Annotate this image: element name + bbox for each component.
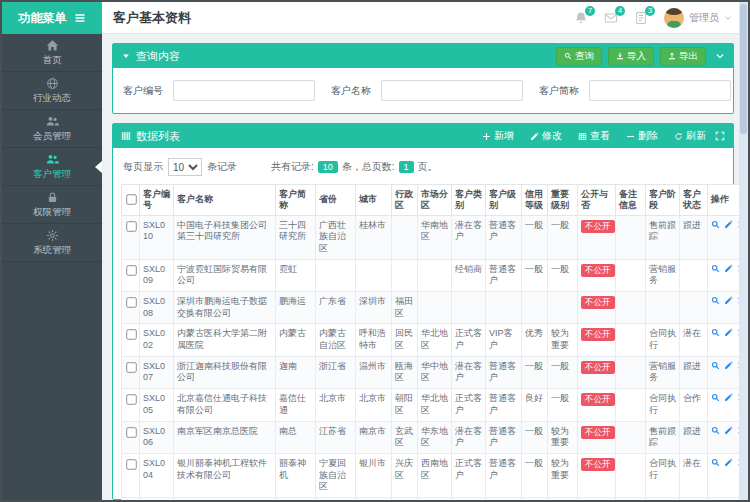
cell-status: 潜在 bbox=[680, 453, 708, 497]
edit-button[interactable] bbox=[724, 361, 733, 374]
export-button[interactable]: 导出 bbox=[660, 47, 706, 66]
cell-abbr: 鹏海运 bbox=[276, 292, 316, 324]
query-panel: 查询内容 查询导入导出 客户编号客户名称客户简称公司地址 bbox=[112, 43, 734, 114]
cell-no: SXL002 bbox=[140, 324, 174, 356]
messages-button[interactable]: 4 bbox=[604, 11, 618, 25]
notifications-button[interactable]: 7 bbox=[574, 11, 588, 25]
row-checkbox[interactable] bbox=[126, 265, 136, 275]
cell-no: SXL010 bbox=[140, 215, 174, 259]
sidebar-item-permission-management[interactable]: 权限管理 bbox=[2, 186, 102, 224]
scrollbar-thumb[interactable] bbox=[740, 4, 747, 134]
cell-province bbox=[316, 259, 356, 291]
public-status-badge: 不公开 bbox=[581, 361, 615, 374]
row-checkbox[interactable] bbox=[126, 394, 136, 404]
edit-button[interactable] bbox=[724, 328, 733, 341]
cell-city: 北京市 bbox=[356, 389, 392, 421]
view-button[interactable] bbox=[711, 264, 720, 277]
main-area: 客户基本资料 743 管理员 查询内容 查询导入导出 客户编号客户名称客户简称公… bbox=[102, 2, 748, 500]
collapse-chevron-icon[interactable] bbox=[715, 51, 725, 61]
sidebar-item-customer-management[interactable]: 客户管理 bbox=[2, 148, 102, 186]
cell-zone: 华南地区 bbox=[418, 215, 452, 259]
cell-category: 经销商 bbox=[452, 259, 486, 291]
sidebar-item-home[interactable]: 首页 bbox=[2, 34, 102, 72]
view-button[interactable] bbox=[711, 426, 720, 439]
edit-button[interactable] bbox=[724, 220, 733, 233]
view-button[interactable] bbox=[711, 458, 720, 471]
edit-button[interactable] bbox=[724, 458, 733, 471]
edit-button[interactable] bbox=[724, 296, 733, 309]
view-button[interactable] bbox=[711, 393, 720, 406]
row-checkbox[interactable] bbox=[126, 427, 136, 437]
cell-level: 普通客户 bbox=[486, 453, 522, 497]
sidebar-item-industry-news[interactable]: 行业动态 bbox=[2, 72, 102, 110]
cell-credit: 一般 bbox=[522, 259, 548, 291]
user-menu[interactable]: 管理员 bbox=[664, 8, 732, 28]
cell-importance: 一般 bbox=[548, 215, 578, 259]
row-checkbox[interactable] bbox=[126, 362, 136, 372]
add-button[interactable]: 新增 bbox=[482, 129, 514, 143]
documents-button[interactable]: 3 bbox=[634, 11, 648, 25]
column-header-credit: 信用等级 bbox=[522, 185, 548, 216]
edit-button[interactable]: 修改 bbox=[530, 129, 562, 143]
cell-zone: 华北地区 bbox=[418, 324, 452, 356]
row-checkbox[interactable] bbox=[126, 221, 136, 231]
cell-stage: 营销服务 bbox=[646, 259, 680, 291]
customer-no-input[interactable] bbox=[173, 80, 315, 101]
column-header-district: 行政区 bbox=[392, 185, 418, 216]
cell-province: 江苏省 bbox=[316, 421, 356, 453]
sidebar-item-system-management[interactable]: 系统管理 bbox=[2, 224, 102, 262]
user-name: 管理员 bbox=[689, 11, 719, 25]
cell-public: 不公开 bbox=[578, 324, 616, 356]
page-size-select[interactable]: 10 bbox=[168, 158, 202, 176]
refresh-button[interactable]: 刷新 bbox=[674, 129, 706, 143]
cell-public: 不公开 bbox=[578, 356, 616, 388]
topbar: 客户基本资料 743 管理员 bbox=[102, 2, 748, 34]
column-header-zone: 市场分区 bbox=[418, 185, 452, 216]
cell-zone: 华北地区 bbox=[418, 389, 452, 421]
hamburger-menu-icon[interactable] bbox=[74, 12, 86, 24]
cell-province: 广东省 bbox=[316, 292, 356, 324]
customer-name-input[interactable] bbox=[381, 80, 523, 101]
view-button[interactable] bbox=[711, 296, 720, 309]
import-button[interactable]: 导入 bbox=[608, 47, 654, 66]
cell-province: 浙江省 bbox=[316, 356, 356, 388]
row-checkbox[interactable] bbox=[126, 297, 136, 307]
sidebar-item-member-management[interactable]: 会员管理 bbox=[2, 110, 102, 148]
pages-label: 总页数: bbox=[362, 160, 395, 174]
sidebar-item-label: 首页 bbox=[43, 54, 62, 67]
view-button[interactable] bbox=[711, 328, 720, 341]
view-button-label: 查看 bbox=[590, 129, 610, 143]
view-button[interactable] bbox=[711, 361, 720, 374]
view-button[interactable]: 查看 bbox=[578, 129, 610, 143]
cell-credit: 一般 bbox=[522, 215, 548, 259]
cell-public: 不公开 bbox=[578, 215, 616, 259]
public-status-badge: 不公开 bbox=[581, 458, 615, 471]
cell-importance: 一般 bbox=[548, 389, 578, 421]
view-button[interactable] bbox=[711, 220, 720, 233]
search-button[interactable]: 查询 bbox=[556, 47, 602, 66]
column-header-province: 省份 bbox=[316, 185, 356, 216]
cell-abbr: 南方医院 bbox=[276, 497, 316, 502]
cell-province: 广东省 bbox=[316, 497, 356, 502]
table-row: SXL008深圳市鹏海运电子数据交换有限公司鹏海运广东省深圳市福田区不公开 bbox=[122, 292, 748, 324]
scrollbar-track[interactable] bbox=[739, 2, 748, 500]
expand-icon[interactable] bbox=[715, 131, 725, 141]
edit-button[interactable] bbox=[724, 426, 733, 439]
cell-province: 宁夏回族自治区 bbox=[316, 453, 356, 497]
cell-level bbox=[486, 292, 522, 324]
column-header-category: 客户类别 bbox=[452, 185, 486, 216]
edit-button[interactable] bbox=[724, 393, 733, 406]
pencil-icon bbox=[530, 132, 539, 141]
row-checkbox[interactable] bbox=[126, 330, 136, 340]
delete-button[interactable]: 删除 bbox=[626, 129, 658, 143]
content: 查询内容 查询导入导出 客户编号客户名称客户简称公司地址 数据列表 新增修改查看… bbox=[102, 34, 748, 500]
edit-button[interactable] bbox=[724, 264, 733, 277]
export-button-label: 导出 bbox=[679, 50, 698, 63]
cell-abbr: 三十四研究所 bbox=[276, 215, 316, 259]
customer-abbr-input[interactable] bbox=[589, 80, 731, 101]
row-checkbox[interactable] bbox=[126, 459, 136, 469]
select-all-checkbox[interactable] bbox=[126, 195, 136, 205]
cell-category: 正式客户 bbox=[452, 324, 486, 356]
search-icon bbox=[564, 52, 572, 60]
cell-remark bbox=[616, 453, 646, 497]
